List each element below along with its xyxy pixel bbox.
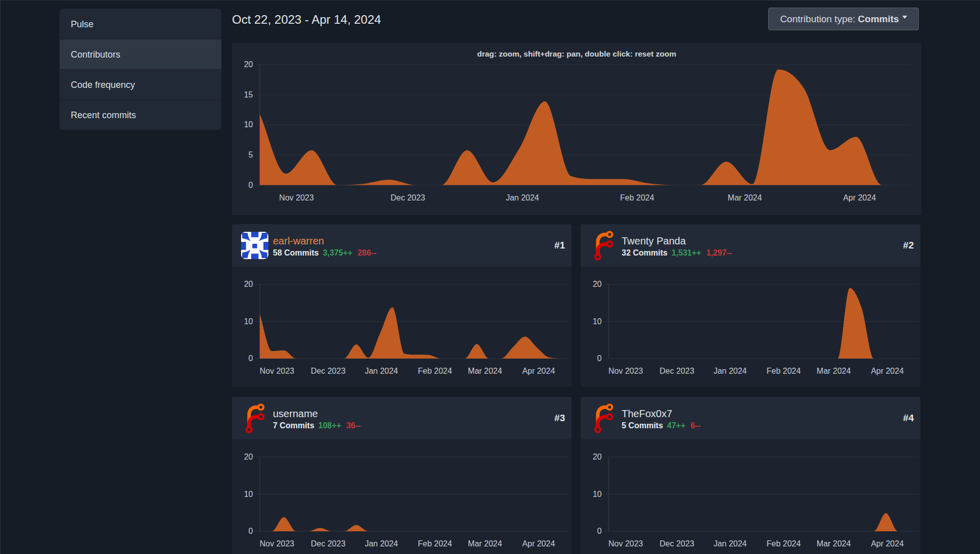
svg-text:Dec 2023: Dec 2023 bbox=[660, 539, 694, 548]
svg-text:Feb 2024: Feb 2024 bbox=[620, 193, 655, 202]
svg-text:20: 20 bbox=[593, 452, 602, 461]
svg-text:Dec 2023: Dec 2023 bbox=[660, 367, 694, 375]
svg-text:Dec 2023: Dec 2023 bbox=[311, 367, 346, 375]
svg-text:Nov 2023: Nov 2023 bbox=[260, 539, 295, 548]
svg-text:0: 0 bbox=[597, 527, 602, 535]
svg-text:Feb 2024: Feb 2024 bbox=[418, 367, 452, 375]
svg-text:20: 20 bbox=[244, 452, 253, 461]
svg-text:5: 5 bbox=[249, 150, 253, 159]
svg-text:Jan 2024: Jan 2024 bbox=[714, 367, 747, 375]
svg-text:15: 15 bbox=[244, 90, 253, 99]
svg-text:Nov 2023: Nov 2023 bbox=[609, 539, 643, 548]
svg-text:20: 20 bbox=[593, 280, 602, 288]
svg-text:Jan 2024: Jan 2024 bbox=[365, 367, 398, 375]
svg-text:Apr 2024: Apr 2024 bbox=[522, 539, 555, 548]
svg-text:Nov 2023: Nov 2023 bbox=[279, 193, 314, 202]
svg-text:Jan 2024: Jan 2024 bbox=[714, 539, 747, 548]
svg-text:Feb 2024: Feb 2024 bbox=[767, 539, 801, 548]
svg-text:0: 0 bbox=[249, 354, 253, 363]
svg-text:Mar 2024: Mar 2024 bbox=[468, 539, 502, 548]
svg-text:10: 10 bbox=[244, 120, 253, 129]
svg-text:10: 10 bbox=[244, 490, 253, 498]
svg-text:Apr 2024: Apr 2024 bbox=[871, 367, 904, 375]
svg-text:10: 10 bbox=[593, 490, 602, 498]
svg-text:Mar 2024: Mar 2024 bbox=[728, 193, 762, 202]
svg-text:Dec 2023: Dec 2023 bbox=[391, 193, 426, 202]
svg-text:Mar 2024: Mar 2024 bbox=[468, 367, 502, 375]
svg-text:Mar 2024: Mar 2024 bbox=[817, 367, 851, 375]
svg-text:Dec 2023: Dec 2023 bbox=[311, 539, 346, 548]
svg-text:Mar 2024: Mar 2024 bbox=[817, 539, 851, 548]
svg-text:20: 20 bbox=[244, 60, 253, 69]
svg-text:0: 0 bbox=[249, 181, 253, 189]
svg-text:10: 10 bbox=[593, 317, 602, 326]
svg-text:0: 0 bbox=[597, 354, 602, 363]
svg-text:Feb 2024: Feb 2024 bbox=[418, 539, 452, 548]
svg-text:Nov 2023: Nov 2023 bbox=[260, 367, 295, 375]
svg-text:Feb 2024: Feb 2024 bbox=[767, 367, 801, 375]
svg-text:0: 0 bbox=[249, 527, 253, 535]
svg-text:Nov 2023: Nov 2023 bbox=[609, 367, 643, 375]
svg-text:Apr 2024: Apr 2024 bbox=[522, 367, 555, 375]
svg-text:20: 20 bbox=[244, 280, 253, 288]
svg-text:Apr 2024: Apr 2024 bbox=[871, 539, 904, 548]
svg-text:Jan 2024: Jan 2024 bbox=[365, 539, 398, 548]
svg-text:Apr 2024: Apr 2024 bbox=[843, 193, 876, 202]
svg-text:10: 10 bbox=[244, 317, 253, 326]
svg-text:Jan 2024: Jan 2024 bbox=[506, 193, 539, 202]
